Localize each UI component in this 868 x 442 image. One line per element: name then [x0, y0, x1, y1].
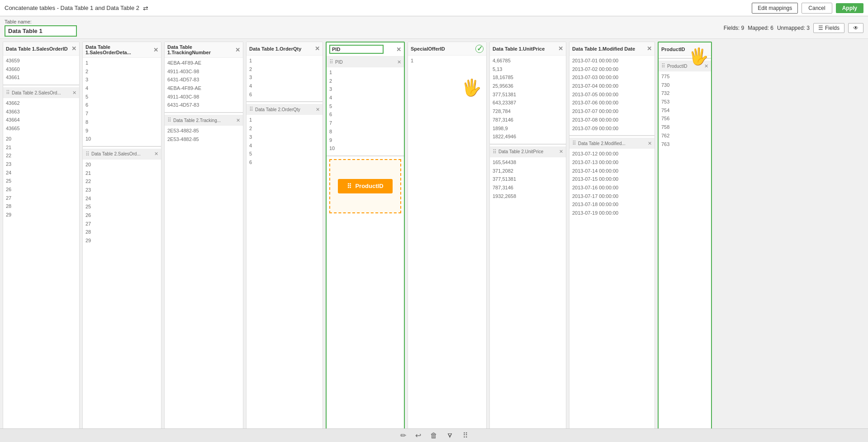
data-row: 24 — [6, 169, 76, 177]
col-header-text-productid: ProductID — [661, 47, 708, 52]
section-label-2: ⠿ Data Table 2.SalesOrd... ✕ — [83, 149, 161, 160]
section-label-1: ⠿ Data Table 2.SalesOrd... ✕ — [3, 87, 79, 98]
data-row: 762 — [661, 132, 708, 140]
grid-icon[interactable]: ⠿ — [463, 431, 468, 440]
eye-button[interactable]: 👁 — [848, 23, 863, 33]
col-header-special: SpecialOfferID ✓ — [408, 42, 486, 56]
fields-button[interactable]: ☰ Fields — [813, 23, 844, 33]
close-btn-3[interactable]: ✕ — [235, 47, 240, 53]
column-orderqty: Data Table 1.OrderQty ✕ 1 2 3 4 6 ⠿ Data… — [246, 42, 323, 442]
section-close-productid[interactable]: ✕ — [704, 63, 708, 69]
data-rows-unitprice-b: 165,54438 371,2082 377,51381 787,3146 19… — [490, 157, 566, 201]
unmapped-text: Unmapped: 3 — [777, 25, 810, 31]
data-row: 2E53-4882-85 — [167, 127, 240, 135]
data-row: 756 — [661, 114, 708, 123]
apply-button[interactable]: Apply — [836, 3, 863, 13]
data-row: 21 — [85, 169, 158, 178]
col-header-text-moddate: Data Table 1.Modified Date — [572, 46, 647, 52]
drag-drop-target[interactable]: ⠿ ProductID — [329, 159, 401, 213]
section-close-1[interactable]: ✕ — [72, 90, 76, 96]
data-rows-2a: 1 2 3 4 5 6 7 8 9 10 — [83, 58, 161, 144]
data-row: 377,51381 — [493, 90, 563, 99]
section-close-4[interactable]: ✕ — [316, 107, 320, 113]
col-header-text-3: Data Table 1.TrackingNumber — [167, 44, 235, 55]
data-rows-4a: 1 2 3 4 6 — [247, 56, 323, 99]
section-label-productid: ⠿ ProductID ✕ — [659, 61, 711, 71]
data-rows-pid: 1 2 3 4 5 6 7 8 9 10 — [327, 67, 404, 154]
data-row: 4911-403C-98 — [167, 67, 240, 76]
column-trackingnumber: Data Table 1.TrackingNumber ✕ 4EBA-4F89-… — [164, 42, 243, 442]
data-row: 1898,9 — [493, 124, 563, 133]
undo-icon[interactable]: ↩ — [415, 431, 421, 440]
close-btn-special-green[interactable]: ✓ — [475, 45, 484, 53]
section-label-text-2: Data Table 2.SalesOrd... — [91, 151, 141, 156]
column-modifieddate: Data Table 1.Modified Date ✕ 2013-07-01 … — [569, 42, 655, 442]
pencil-icon[interactable]: ✏ — [400, 431, 406, 440]
data-row: 6 — [249, 90, 320, 99]
data-row: 1 — [411, 56, 484, 65]
data-row: 2013-07-01 00:00:00 — [572, 56, 652, 65]
data-row: 730 — [661, 81, 708, 89]
data-row: 728,784 — [493, 107, 563, 116]
data-row: 2013-07-03 00:00:00 — [572, 73, 652, 82]
col-header-productid: ProductID — [659, 42, 711, 56]
col-header-4: Data Table 1.OrderQty ✕ — [247, 42, 323, 56]
cancel-button[interactable]: Cancel — [802, 3, 832, 14]
data-row: 2013-07-04 00:00:00 — [572, 82, 652, 90]
data-row: 7 — [85, 109, 158, 118]
close-btn-2[interactable]: ✕ — [153, 47, 158, 53]
data-row: 2013-07-05 00:00:00 — [572, 90, 652, 99]
data-rows-1c: 20 21 22 23 24 25 26 27 28 29 — [3, 134, 79, 220]
col-section-productid: 🖐 ⠿ ProductID ✕ 775 730 732 753 754 756 … — [659, 56, 711, 442]
data-row: 26 — [85, 211, 158, 220]
data-row: 1 — [249, 116, 320, 124]
section-close-moddate[interactable]: ✕ — [648, 141, 652, 146]
data-row: 2013-07-17 00:00:00 — [572, 192, 652, 201]
bottom-toolbar: ✏ ↩ 🗑 ⛛ ⠿ — [0, 428, 868, 442]
data-rows-3a: 4EBA-4F89-AE 4911-403C-98 6431-4D57-83 4… — [165, 58, 243, 110]
section-label-text-unitprice: Data Table 2.UnitPrice — [498, 149, 543, 154]
data-row: 43662 — [6, 99, 76, 108]
data-row: 5 — [85, 93, 158, 101]
section-close-2[interactable]: ✕ — [154, 151, 158, 157]
data-row: 2013-07-12 00:00:00 — [572, 150, 652, 158]
fields-btn-label: Fields — [825, 25, 840, 31]
data-row: 25 — [85, 202, 158, 211]
data-row: 21 — [6, 143, 76, 152]
data-row: 9 — [329, 136, 401, 145]
close-btn-unitprice[interactable]: ✕ — [558, 45, 563, 52]
data-row: 3 — [329, 85, 401, 94]
section-label-text-moddate: Data Table 2.Modified... — [578, 141, 626, 146]
col-header-pid: ✕ — [327, 42, 404, 56]
col-section-1: 43659 43660 43661 ⠿ Data Table 2.SalesOr… — [3, 56, 79, 442]
trash-icon[interactable]: 🗑 — [430, 432, 437, 440]
col-header-unitprice: Data Table 1.UnitPrice ✕ — [490, 42, 566, 56]
data-row: 25,95636 — [493, 82, 563, 90]
data-row: 2E53-4882-85 — [167, 135, 240, 144]
data-row: 787,3146 — [493, 116, 563, 124]
data-row: 377,51381 — [493, 175, 563, 183]
drag-dots-productid: ⠿ — [661, 63, 665, 69]
close-btn-moddate[interactable]: ✕ — [647, 45, 652, 52]
section-close-unitprice[interactable]: ✕ — [559, 149, 563, 155]
data-row: 2 — [249, 124, 320, 133]
data-row: 1 — [329, 68, 401, 77]
section-close-pid[interactable]: ✕ — [397, 59, 401, 65]
data-row: 23 — [6, 160, 76, 169]
data-row: 165,54438 — [493, 158, 563, 167]
edit-mappings-button[interactable]: Edit mappings — [752, 3, 798, 14]
pid-header-input[interactable] — [329, 45, 384, 54]
data-rows-productid: 775 730 732 753 754 756 758 762 763 — [659, 71, 711, 149]
data-row: 9 — [85, 127, 158, 135]
close-btn-pid[interactable]: ✕ — [396, 46, 401, 53]
close-btn-1[interactable]: ✕ — [71, 45, 76, 52]
table-name-input[interactable] — [5, 25, 77, 37]
filter-icon[interactable]: ⛛ — [446, 432, 454, 440]
swap-icon[interactable]: ⇄ — [143, 5, 148, 12]
section-close-3[interactable]: ✕ — [236, 118, 240, 123]
data-row: 22 — [85, 177, 158, 186]
data-row: 27 — [85, 220, 158, 228]
close-btn-4[interactable]: ✕ — [315, 45, 320, 52]
section-label-pid: ⠿ PID ✕ — [327, 56, 404, 67]
drag-dots-icon-2: ⠿ — [85, 151, 90, 157]
